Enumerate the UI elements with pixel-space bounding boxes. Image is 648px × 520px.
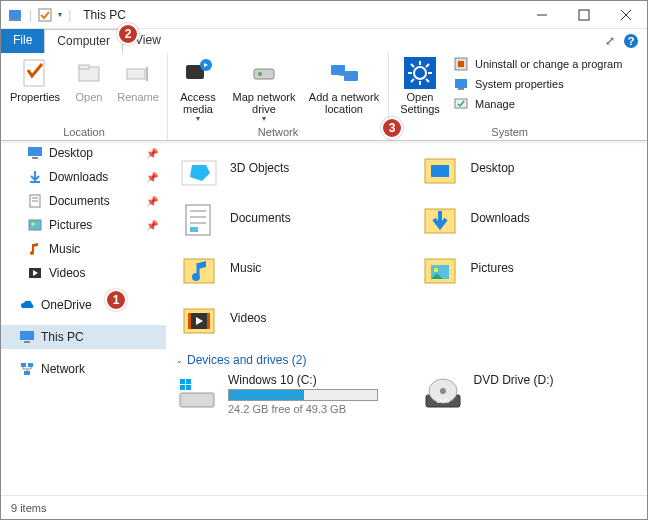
network-icon <box>19 361 35 377</box>
svg-rect-53 <box>431 165 449 177</box>
dvd-drive-icon: DVD <box>422 373 464 415</box>
folder-desktop[interactable]: Desktop <box>417 145 638 191</box>
svg-rect-74 <box>186 385 191 390</box>
folder-documents[interactable]: Documents <box>176 195 397 241</box>
nav-downloads[interactable]: Downloads📌 <box>1 165 166 189</box>
manage-icon <box>453 96 469 112</box>
ribbon-group-network: Access media ▾ Map network drive ▾ Add a… <box>168 53 389 140</box>
folder-videos[interactable]: Videos <box>176 295 397 341</box>
uninstall-program-button[interactable]: Uninstall or change a program <box>451 55 624 73</box>
svg-rect-36 <box>28 147 42 156</box>
svg-rect-50 <box>24 371 30 375</box>
pin-icon: 📌 <box>146 172 158 183</box>
svg-rect-11 <box>79 65 89 69</box>
drive-c-icon <box>176 373 218 415</box>
documents-folder-icon <box>178 197 220 239</box>
svg-rect-1 <box>9 19 21 21</box>
manage-button[interactable]: Manage <box>451 95 624 113</box>
qat-sep2: | <box>68 8 71 22</box>
dropdown-icon: ▾ <box>196 115 200 124</box>
map-network-drive-button[interactable]: Map network drive ▾ <box>228 55 300 124</box>
nav-music[interactable]: Music <box>1 237 166 261</box>
folder-music[interactable]: Music <box>176 245 397 291</box>
nav-pictures[interactable]: Pictures📌 <box>1 213 166 237</box>
open-settings-button[interactable]: Open Settings <box>395 55 445 115</box>
svg-rect-35 <box>455 99 467 108</box>
annotation-badge-2: 2 <box>117 23 139 45</box>
desktop-icon <box>27 145 43 161</box>
tab-file[interactable]: File <box>1 29 44 53</box>
annotation-badge-1: 1 <box>105 289 127 311</box>
drive-c-usage-bar <box>228 389 378 401</box>
nav-onedrive[interactable]: OneDrive <box>1 293 166 317</box>
svg-point-77 <box>440 388 446 394</box>
music-icon <box>27 241 43 257</box>
qat-checkbox-icon[interactable] <box>38 8 52 22</box>
group-label-system: System <box>395 126 624 140</box>
nav-this-pc[interactable]: This PC <box>1 325 166 349</box>
this-pc-icon <box>19 329 35 345</box>
folder-3d-objects[interactable]: 3D Objects <box>176 145 397 191</box>
svg-rect-69 <box>180 393 214 407</box>
svg-rect-72 <box>186 379 191 384</box>
svg-rect-68 <box>207 313 210 329</box>
maximize-button[interactable] <box>563 1 605 29</box>
svg-rect-33 <box>455 79 467 88</box>
tab-computer[interactable]: Computer <box>44 29 123 53</box>
item-count: 9 items <box>11 502 46 514</box>
app-icon <box>7 7 23 23</box>
documents-icon <box>27 193 43 209</box>
svg-point-44 <box>30 251 34 255</box>
svg-rect-42 <box>29 220 41 230</box>
settings-icon <box>404 57 436 89</box>
svg-text:?: ? <box>628 35 635 47</box>
rename-button[interactable]: Rename <box>115 55 161 103</box>
rename-icon <box>122 57 154 89</box>
videos-icon <box>27 265 43 281</box>
minimize-button[interactable] <box>521 1 563 29</box>
add-network-location-button[interactable]: Add a network location <box>306 55 382 115</box>
title-bar: | ▾ | This PC <box>1 1 647 29</box>
group-label-location: Location <box>7 126 161 140</box>
close-button[interactable] <box>605 1 647 29</box>
onedrive-icon <box>19 297 35 313</box>
pin-icon: 📌 <box>146 196 158 207</box>
system-properties-button[interactable]: System properties <box>451 75 624 93</box>
properties-button[interactable]: Properties <box>7 55 63 103</box>
devices-section-header[interactable]: ⌄ Devices and drives (2) <box>176 353 637 367</box>
navigation-pane: Desktop📌 Downloads📌 Documents📌 Pictures📌… <box>1 141 166 495</box>
nav-documents[interactable]: Documents📌 <box>1 189 166 213</box>
nav-desktop[interactable]: Desktop📌 <box>1 141 166 165</box>
qat-dropdown-icon[interactable]: ▾ <box>58 10 62 19</box>
svg-rect-49 <box>28 363 33 367</box>
map-drive-icon <box>248 57 280 89</box>
ribbon-collapse-icon[interactable]: ⤢ <box>605 34 615 48</box>
svg-rect-58 <box>190 227 198 232</box>
window-title: This PC <box>77 8 126 22</box>
drive-d[interactable]: DVD DVD Drive (D:) <box>422 373 638 415</box>
pictures-folder-icon <box>419 247 461 289</box>
downloads-folder-icon <box>419 197 461 239</box>
nav-network[interactable]: Network <box>1 357 166 381</box>
downloads-icon <box>27 169 43 185</box>
properties-icon <box>19 57 51 89</box>
drive-c[interactable]: Windows 10 (C:) 24.2 GB free of 49.3 GB <box>176 373 392 415</box>
uninstall-icon <box>453 56 469 72</box>
folder-downloads[interactable]: Downloads <box>417 195 638 241</box>
help-icon[interactable]: ? <box>623 33 639 49</box>
open-button[interactable]: Open <box>69 55 109 103</box>
access-media-button[interactable]: Access media ▾ <box>174 55 222 124</box>
dropdown-icon: ▾ <box>262 115 266 124</box>
svg-rect-12 <box>127 69 145 79</box>
svg-rect-0 <box>9 10 21 19</box>
svg-rect-32 <box>458 61 464 67</box>
nav-videos[interactable]: Videos <box>1 261 166 285</box>
ribbon: Properties Open Rename Location <box>1 53 647 141</box>
svg-rect-48 <box>21 363 26 367</box>
folder-pictures[interactable]: Pictures <box>417 245 638 291</box>
pin-icon: 📌 <box>146 148 158 159</box>
svg-point-61 <box>192 273 200 281</box>
pictures-icon <box>27 217 43 233</box>
svg-rect-46 <box>20 331 34 340</box>
access-media-icon <box>182 57 214 89</box>
